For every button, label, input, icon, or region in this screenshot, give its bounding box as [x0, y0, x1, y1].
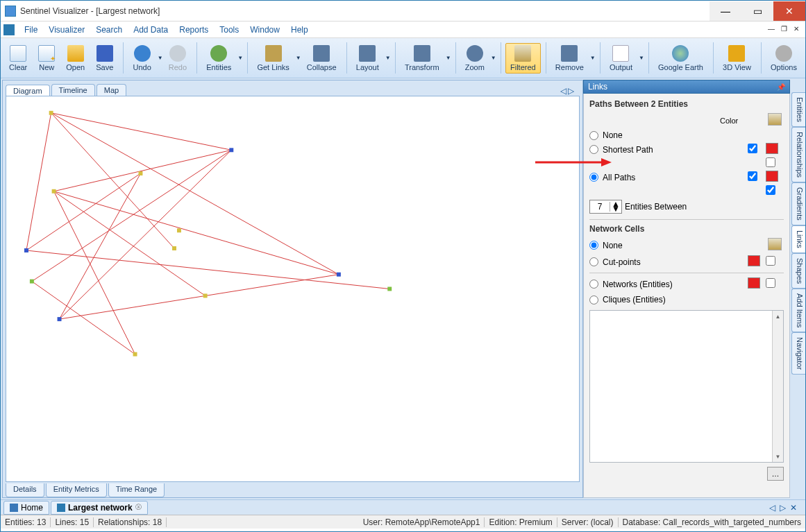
tab-diagram[interactable]: Diagram	[6, 85, 50, 96]
close-tab-icon[interactable]: ⓧ	[135, 503, 142, 512]
cutpoints-color-swatch[interactable]	[748, 255, 760, 266]
menu-visualizer[interactable]: Visualizer	[43, 24, 90, 36]
doctab-home[interactable]: Home	[3, 501, 49, 515]
results-listbox[interactable]: ▲▼	[589, 310, 784, 463]
network-graph[interactable]	[6, 96, 579, 481]
chevron-down-icon[interactable]: ▼	[491, 55, 496, 61]
radio-cutpoints[interactable]	[589, 257, 598, 266]
menu-reports[interactable]: Reports	[174, 24, 214, 36]
svg-rect-21	[337, 273, 341, 277]
home-icon	[10, 504, 18, 512]
tab-map[interactable]: Map	[96, 84, 126, 96]
mdi-minimize-icon[interactable]: —	[766, 24, 776, 33]
minimize-button[interactable]: —	[710, 1, 741, 21]
doctab-close-icon[interactable]: ✕	[790, 503, 797, 513]
radio-networks[interactable]	[589, 280, 598, 289]
tab-scroll-right-icon[interactable]: ▷	[568, 86, 574, 96]
chevron-down-icon[interactable]: ▼	[237, 55, 243, 61]
scrollbar[interactable]: ▲▼	[772, 311, 783, 462]
all-color-swatch[interactable]	[766, 171, 778, 182]
networks-filter-checkbox[interactable]	[766, 278, 775, 288]
spin-down-icon[interactable]: ▼	[610, 207, 621, 212]
maximize-button[interactable]: ▭	[741, 1, 773, 21]
svg-line-14	[32, 282, 135, 354]
menu-help[interactable]: Help	[285, 24, 314, 36]
chevron-down-icon[interactable]: ▼	[639, 55, 644, 61]
radio-cells-none[interactable]	[589, 241, 598, 250]
clear-button[interactable]: Clear	[4, 43, 32, 74]
open-button[interactable]: Open	[61, 43, 90, 74]
side-tab-navigator[interactable]: Navigator	[791, 332, 805, 375]
google-earth-button[interactable]: Google Earth	[653, 43, 708, 74]
doctab-scroll-left-icon[interactable]: ◁	[769, 503, 775, 513]
side-tab-entities[interactable]: Entities	[791, 92, 805, 127]
mdi-restore-icon[interactable]: ❐	[779, 24, 789, 33]
side-tab-shapes[interactable]: Shapes	[791, 253, 805, 289]
side-tab-gradients[interactable]: Gradients	[791, 182, 805, 225]
filter-icon[interactable]	[768, 113, 782, 126]
scroll-down-icon[interactable]: ▼	[773, 451, 783, 462]
chevron-down-icon[interactable]: ▼	[590, 55, 596, 61]
tab-time-range[interactable]: Time Range	[108, 483, 165, 497]
chevron-down-icon[interactable]: ▼	[158, 55, 163, 61]
chevron-down-icon[interactable]: ▼	[385, 55, 391, 61]
zoom-button[interactable]: Zoom	[460, 43, 489, 74]
all-color-checkbox[interactable]	[748, 171, 757, 181]
tab-timeline[interactable]: Timeline	[51, 84, 95, 96]
filter-icon	[514, 45, 531, 62]
open-icon	[67, 45, 84, 62]
layout-button[interactable]: Layout	[351, 43, 384, 74]
side-tab-relationships[interactable]: Relationships	[791, 127, 805, 182]
close-button[interactable]: ✕	[773, 1, 805, 21]
radio-all-paths[interactable]	[589, 173, 598, 182]
get-links-button[interactable]: Get Links	[252, 43, 294, 74]
radio-cliques[interactable]	[589, 295, 598, 304]
save-button[interactable]: Save	[91, 43, 118, 74]
chevron-down-icon[interactable]: ▼	[446, 55, 451, 61]
tab-entity-metrics[interactable]: Entity Metrics	[46, 483, 107, 497]
side-tab-add-items[interactable]: Add Items	[791, 289, 805, 333]
menu-file[interactable]: File	[19, 24, 43, 36]
tab-details[interactable]: Details	[6, 483, 44, 497]
output-button[interactable]: Output	[605, 43, 637, 74]
side-tab-links[interactable]: Links	[791, 225, 805, 253]
entities-button[interactable]: Entities	[201, 43, 236, 74]
collapse-button[interactable]: Collapse	[302, 43, 342, 74]
all-filter-checkbox[interactable]	[766, 185, 775, 195]
chevron-down-icon[interactable]: ▼	[296, 55, 301, 61]
menu-window[interactable]: Window	[244, 24, 285, 36]
radio-shortest[interactable]	[589, 145, 598, 154]
remove-button[interactable]: Remove	[551, 43, 589, 74]
tab-scroll-left-icon[interactable]: ◁	[560, 86, 566, 96]
menu-search[interactable]: Search	[90, 24, 128, 36]
menu-add-data[interactable]: Add Data	[128, 24, 174, 36]
entities-between-input[interactable]	[590, 202, 610, 212]
cube-icon	[728, 45, 745, 62]
undo-button[interactable]: Undo	[128, 43, 156, 74]
shortest-color-swatch[interactable]	[766, 143, 778, 154]
status-server: Server: (local)	[557, 517, 619, 527]
scroll-up-icon[interactable]: ▲	[773, 311, 783, 322]
svg-rect-16	[229, 148, 233, 152]
transform-button[interactable]: Transform	[400, 43, 444, 74]
shortest-filter-checkbox[interactable]	[766, 157, 775, 167]
diagram-canvas[interactable]	[6, 96, 580, 482]
filtered-button[interactable]: Filtered	[505, 43, 541, 74]
doctab-scroll-right-icon[interactable]: ▷	[780, 503, 786, 513]
menu-tools[interactable]: Tools	[214, 24, 244, 36]
mdi-close-icon[interactable]: ✕	[791, 24, 801, 33]
filter-icon[interactable]	[768, 238, 782, 250]
more-button[interactable]: …	[767, 467, 784, 481]
doctab-largest-network[interactable]: Largest networkⓧ	[51, 501, 148, 515]
new-button[interactable]: New	[33, 43, 60, 74]
pin-icon[interactable]: 📌	[777, 83, 785, 91]
options-button[interactable]: Options	[766, 43, 802, 74]
entities-between-spinner[interactable]: ▲▼	[589, 200, 622, 214]
networks-color-swatch[interactable]	[748, 277, 760, 289]
3d-view-button[interactable]: 3D View	[718, 43, 756, 74]
shortest-color-checkbox[interactable]	[748, 144, 757, 153]
toolbar: Clear New Open Save Undo▼ Redo Entities▼…	[1, 38, 805, 78]
svg-line-1	[26, 113, 51, 250]
cutpoints-filter-checkbox[interactable]	[766, 256, 775, 266]
radio-none[interactable]	[589, 131, 598, 140]
